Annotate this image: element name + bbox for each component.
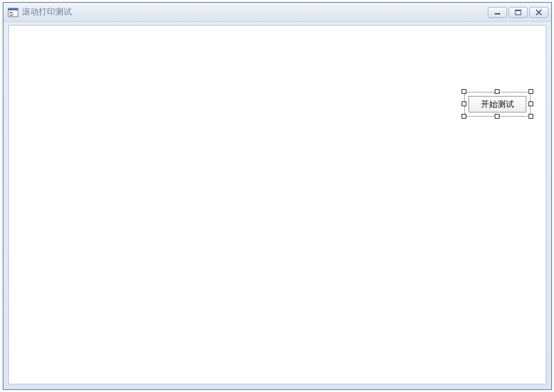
start-test-button-label: 开始测试	[481, 99, 514, 110]
resize-handle-se[interactable]	[528, 114, 533, 119]
resize-handle-w[interactable]	[462, 101, 466, 106]
close-button[interactable]	[529, 7, 548, 18]
resize-handle-nw[interactable]	[462, 89, 466, 94]
window-frame: 滚动打印测试 开始测试	[3, 2, 552, 390]
svg-rect-4	[10, 15, 13, 16]
window-title: 滚动打印测试	[22, 6, 488, 18]
resize-handle-s[interactable]	[495, 114, 499, 119]
app-icon	[8, 7, 19, 18]
resize-handle-n[interactable]	[495, 89, 499, 94]
titlebar[interactable]: 滚动打印测试	[3, 3, 551, 22]
start-test-button[interactable]: 开始测试	[468, 96, 526, 112]
form-client-area: 开始测试	[8, 25, 546, 384]
svg-rect-2	[10, 12, 12, 13]
resize-handle-e[interactable]	[528, 101, 533, 106]
svg-rect-5	[495, 13, 500, 14]
resize-handle-ne[interactable]	[528, 89, 533, 94]
maximize-button[interactable]	[508, 7, 528, 18]
window-controls	[488, 7, 548, 18]
resize-handle-sw[interactable]	[462, 114, 466, 119]
svg-rect-3	[10, 14, 14, 14]
svg-rect-1	[8, 8, 18, 10]
svg-rect-7	[515, 10, 521, 11]
minimize-button[interactable]	[488, 7, 507, 18]
